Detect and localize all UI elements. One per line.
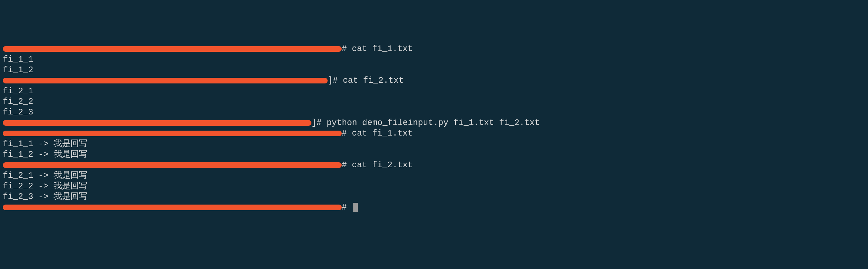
terminal-text: fi_2_1 [3, 86, 33, 96]
terminal-text: # [342, 202, 352, 213]
terminal-line: fi_2_3 -> 我是回写 [3, 192, 865, 202]
terminal-line: # cat fi_1.txt [3, 128, 865, 139]
terminal-line: fi_1_1 -> 我是回写 [3, 139, 865, 149]
redacted-block [3, 131, 342, 136]
terminal-text: fi_2_2 [3, 96, 33, 107]
cursor [353, 203, 358, 212]
terminal-text: # cat fi_2.txt [342, 160, 413, 170]
terminal-line: ]# cat fi_2.txt [3, 75, 865, 86]
terminal-line: ]# python demo_fileinput.py fi_1.txt fi_… [3, 118, 865, 128]
redacted-block [3, 120, 311, 126]
terminal-line: fi_1_1 [3, 54, 865, 65]
terminal-text: fi_2_2 -> 我是回写 [3, 181, 87, 192]
redacted-block [3, 162, 342, 168]
redacted-block [3, 205, 342, 210]
terminal-line: fi_2_2 -> 我是回写 [3, 181, 865, 192]
terminal-text: fi_2_3 [3, 107, 33, 118]
terminal-text: # cat fi_1.txt [342, 128, 413, 139]
terminal-line: fi_1_2 -> 我是回写 [3, 149, 865, 160]
terminal-line: fi_2_1 [3, 86, 865, 96]
terminal-text: fi_1_2 [3, 65, 33, 75]
terminal-text: fi_1_1 -> 我是回写 [3, 139, 87, 149]
terminal-line: fi_2_1 -> 我是回写 [3, 170, 865, 181]
redacted-block [3, 78, 328, 83]
terminal-line: # cat fi_2.txt [3, 160, 865, 170]
terminal-text: fi_1_2 -> 我是回写 [3, 149, 87, 160]
terminal-text: # cat fi_1.txt [342, 44, 413, 54]
terminal-line: # cat fi_1.txt [3, 44, 865, 54]
terminal-text: fi_2_3 -> 我是回写 [3, 192, 87, 202]
terminal-text: fi_1_1 [3, 54, 33, 65]
terminal-line: fi_1_2 [3, 65, 865, 75]
terminal-line: fi_2_2 [3, 96, 865, 107]
terminal-text: ]# python demo_fileinput.py fi_1.txt fi_… [311, 118, 540, 128]
terminal-line: fi_2_3 [3, 107, 865, 118]
terminal-line: # [3, 202, 865, 213]
terminal-text: fi_2_1 -> 我是回写 [3, 170, 87, 181]
terminal-output[interactable]: # cat fi_1.txtfi_1_1fi_1_2]# cat fi_2.tx… [3, 44, 865, 213]
redacted-block [3, 46, 342, 52]
terminal-text: ]# cat fi_2.txt [328, 75, 404, 86]
